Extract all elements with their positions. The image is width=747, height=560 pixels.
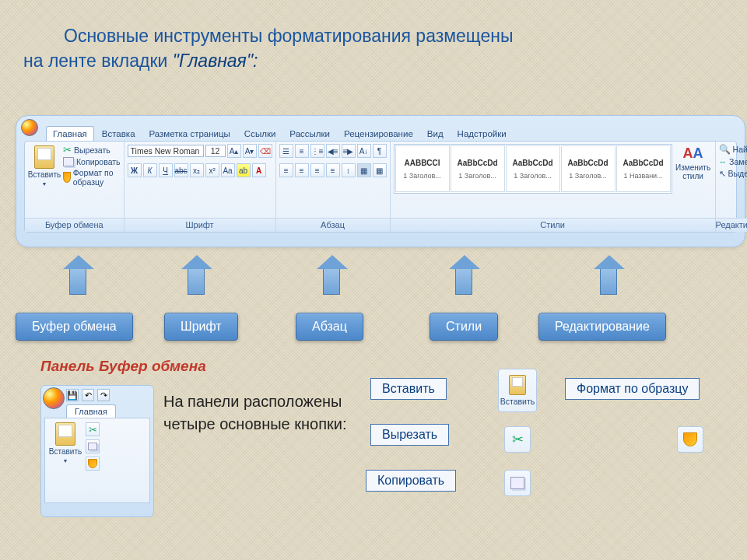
group-label-styles: Стили xyxy=(391,218,715,232)
mini-format-painter-button[interactable] xyxy=(86,457,100,471)
subscript-button[interactable]: x₂ xyxy=(190,163,204,177)
tab-review[interactable]: Рецензирование xyxy=(338,127,419,141)
cut-button[interactable]: ✂Вырезать xyxy=(63,144,121,156)
cursor-icon: ↖ xyxy=(719,169,726,178)
indent-dec-button[interactable]: ◀≡ xyxy=(326,144,340,158)
tab-strip: Главная Вставка Разметка страницы Ссылки… xyxy=(46,122,737,141)
format-painter-label: Формат по образцу xyxy=(73,168,121,187)
style-item[interactable]: AABBCCI1 Заголов... xyxy=(395,145,450,192)
replace-button[interactable]: ↔Заменить xyxy=(719,157,747,166)
mini-paste-button[interactable]: Вставить ▾ xyxy=(47,421,83,500)
callout-clipboard: Буфер обмена xyxy=(16,313,133,341)
save-icon[interactable]: 💾 xyxy=(66,389,79,401)
copy-icon-box[interactable] xyxy=(504,470,531,496)
undo-icon[interactable]: ↶ xyxy=(82,389,94,401)
style-item[interactable]: AaBbCcDd1 Заголов... xyxy=(561,145,615,192)
ribbon: Главная Вставка Разметка страницы Ссылки… xyxy=(16,115,745,247)
brush-icon xyxy=(88,459,97,468)
tab-home[interactable]: Главная xyxy=(46,126,94,141)
arrow-icon xyxy=(181,268,212,295)
shading-button[interactable]: ▦ xyxy=(357,163,371,177)
mini-paste-label: Вставить xyxy=(49,447,82,456)
font-name-combo[interactable]: Times New Roman xyxy=(128,145,204,157)
tab-mailings[interactable]: Рассылки xyxy=(283,127,336,141)
italic-button[interactable]: К xyxy=(143,163,157,177)
format-painter-button[interactable]: Формат по образцу xyxy=(63,168,121,187)
line-spacing-button[interactable]: ↕ xyxy=(342,163,356,177)
clear-format-button[interactable]: ⌫ xyxy=(258,144,272,158)
group-label-font: Шрифт xyxy=(124,218,275,232)
group-label-paragraph: Абзац xyxy=(276,218,390,232)
cut-icon-box[interactable]: ✂ xyxy=(504,426,531,453)
copy-icon xyxy=(510,477,524,489)
change-case-button[interactable]: Aa xyxy=(221,163,235,177)
style-item[interactable]: AaBbCcDd1 Заголов... xyxy=(451,145,505,192)
underline-button[interactable]: Ч xyxy=(159,163,173,177)
multilevel-button[interactable]: ⋮≡ xyxy=(310,144,324,158)
office-button-icon[interactable] xyxy=(21,119,38,136)
sort-button[interactable]: A↓ xyxy=(357,144,371,158)
align-left-button[interactable]: ≡ xyxy=(279,163,293,177)
change-styles-button[interactable]: AA Изменить стили xyxy=(675,144,712,182)
tab-view[interactable]: Вид xyxy=(421,127,450,141)
subtitle: Панель Буфер обмена xyxy=(40,358,206,375)
change-styles-icon: AA xyxy=(683,145,703,162)
mini-copy-button[interactable] xyxy=(86,439,100,453)
find-button[interactable]: 🔍Найти▾ xyxy=(719,144,747,155)
brush-icon xyxy=(63,172,71,183)
chevron-down-icon: ▾ xyxy=(43,180,46,187)
style-gallery[interactable]: AABBCCI1 Заголов... AaBbCcDd1 Заголов...… xyxy=(394,144,672,194)
align-right-button[interactable]: ≡ xyxy=(310,163,324,177)
label-cut: Вырезать xyxy=(370,424,449,446)
chevron-down-icon: ▾ xyxy=(64,457,67,464)
paste-icon-box[interactable]: Вставить xyxy=(498,369,537,412)
bold-button[interactable]: Ж xyxy=(128,163,142,177)
font-color-button[interactable]: A xyxy=(252,163,266,177)
office-button-icon[interactable] xyxy=(43,387,65,409)
bullets-button[interactable]: ☰ xyxy=(279,144,293,158)
tab-addins[interactable]: Надстройки xyxy=(451,127,513,141)
mini-cut-button[interactable]: ✂ xyxy=(86,422,100,436)
mini-tab-home[interactable]: Главная xyxy=(66,404,116,418)
group-clipboard: Вставить ▾ ✂Вырезать Копировать Формат п… xyxy=(25,142,124,232)
superscript-button[interactable]: x² xyxy=(205,163,219,177)
intro-emph: "Главная": xyxy=(173,51,258,71)
scissors-icon: ✂ xyxy=(63,144,72,156)
borders-button[interactable]: ▦ xyxy=(373,163,387,177)
brush-icon-box[interactable] xyxy=(677,426,703,453)
brush-icon xyxy=(683,432,697,446)
tab-insert[interactable]: Вставка xyxy=(96,127,142,141)
style-item[interactable]: AaBbCcDd1 Названи... xyxy=(616,145,671,192)
justify-button[interactable]: ≡ xyxy=(326,163,340,177)
select-button[interactable]: ↖Выделить▾ xyxy=(719,169,747,178)
replace-icon: ↔ xyxy=(719,157,728,166)
numbering-button[interactable]: ≡ xyxy=(295,144,309,158)
tab-page-layout[interactable]: Разметка страницы xyxy=(143,127,237,141)
grow-font-button[interactable]: A▴ xyxy=(227,144,241,158)
callout-paragraph: Абзац xyxy=(296,313,363,341)
paste-button[interactable]: Вставить ▾ xyxy=(28,144,61,189)
paste-icon xyxy=(55,422,75,446)
copy-button[interactable]: Копировать xyxy=(63,157,121,166)
scissors-icon: ✂ xyxy=(512,431,524,448)
cut-label: Вырезать xyxy=(74,145,110,155)
mini-clipboard-panel: Вставить ▾ ✂ xyxy=(44,418,150,503)
indent-inc-button[interactable]: ≡▶ xyxy=(342,144,356,158)
arrow-icon xyxy=(316,268,347,295)
show-marks-button[interactable]: ¶ xyxy=(373,144,387,158)
intro-line2a: на ленте вкладки xyxy=(23,51,173,71)
mini-ribbon: 💾 ↶ ↷ Главная Вставить ▾ ✂ xyxy=(40,385,154,517)
font-size-combo[interactable]: 12 xyxy=(205,145,226,157)
group-paragraph: ☰ ≡ ⋮≡ ◀≡ ≡▶ A↓ ¶ ≡ ≡ ≡ ≡ ↕ ▦ ▦ xyxy=(276,142,391,232)
arrow-icon xyxy=(62,268,93,295)
redo-icon[interactable]: ↷ xyxy=(97,389,110,401)
tab-references[interactable]: Ссылки xyxy=(238,127,282,141)
align-center-button[interactable]: ≡ xyxy=(295,163,309,177)
style-item[interactable]: AaBbCcDd1 Заголов... xyxy=(506,145,560,192)
label-copy: Копировать xyxy=(366,470,456,492)
highlight-button[interactable]: ab xyxy=(237,163,251,177)
group-font: Times New Roman 12 A▴ A▾ ⌫ Ж К Ч abc x₂ … xyxy=(124,142,276,232)
strike-button[interactable]: abc xyxy=(174,163,188,177)
shrink-font-button[interactable]: A▾ xyxy=(243,144,257,158)
group-label-editing: Редактирование xyxy=(716,218,747,232)
